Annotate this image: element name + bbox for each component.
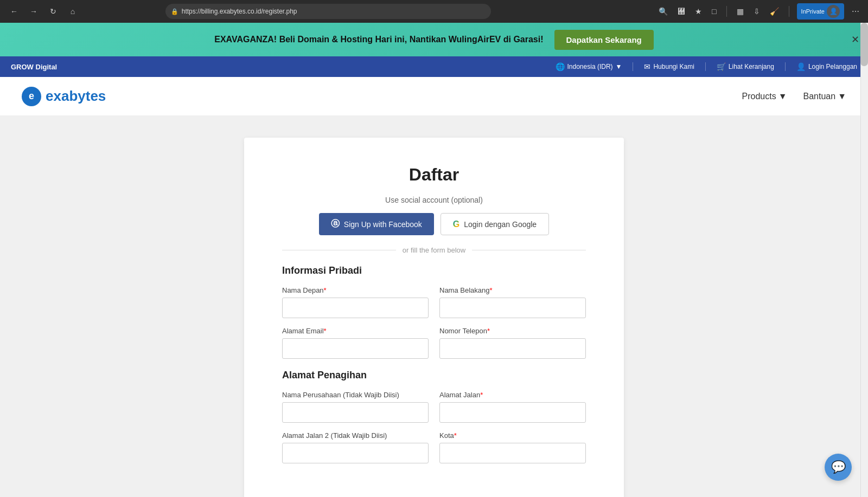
phone-label: Nomor Telepon* <box>439 327 586 335</box>
mail-icon: ✉ <box>644 62 650 71</box>
name-row: Nama Depan* Nama Belakang* <box>282 286 586 318</box>
google-icon: G <box>453 220 459 229</box>
in-private-label: InPrivate <box>801 8 825 15</box>
cart-icon: 🛒 <box>717 62 726 71</box>
cart-link[interactable]: 🛒 Lihat Keranjang <box>717 62 774 71</box>
street-input[interactable] <box>439 402 586 423</box>
contact-link[interactable]: ✉ Hubungi Kami <box>644 62 694 71</box>
more-options-icon[interactable]: ⋯ <box>850 5 861 18</box>
back-button[interactable]: ← <box>7 4 22 19</box>
login-link[interactable]: 👤 Login Pelanggan <box>796 62 857 71</box>
street2-input[interactable] <box>282 443 429 463</box>
first-name-group: Nama Depan* <box>282 286 429 318</box>
address-text: https://billing.exabytes.co.id/register.… <box>182 8 486 15</box>
address-bar[interactable]: 🔒 https://billing.exabytes.co.id/registe… <box>165 4 491 19</box>
phone-input[interactable] <box>439 338 586 359</box>
lock-icon: 🔒 <box>171 8 178 15</box>
chat-button[interactable]: 💬 <box>825 454 852 481</box>
email-label: Alamat Email* <box>282 327 429 335</box>
favorites-icon[interactable]: ★ <box>693 5 704 18</box>
main-header: e exabytes Products ▼ Bantuan ▼ <box>0 77 868 116</box>
divider-text: or fill the form below <box>403 246 465 254</box>
street-label: Alamat Jalan* <box>439 391 586 399</box>
nav-links: Products ▼ Bantuan ▼ <box>742 92 846 101</box>
required-marker2: * <box>490 286 493 294</box>
split-icon[interactable]: ▦ <box>735 5 746 18</box>
browser-chrome: ← → ↻ ⌂ 🔒 https://billing.exabytes.co.id… <box>0 0 868 23</box>
google-login-button[interactable]: G Login dengan Google <box>441 213 549 235</box>
refresh-button[interactable]: ↻ <box>46 4 61 19</box>
download-icon[interactable]: ⇩ <box>751 5 762 18</box>
logo-text: exabytes <box>46 88 106 105</box>
avatar: 👤 <box>827 5 840 18</box>
billing-section-title: Alamat Penagihan <box>282 370 586 381</box>
home-button[interactable]: ⌂ <box>65 4 80 19</box>
bantuan-label: Bantuan <box>803 92 836 101</box>
language-chevron: ▼ <box>616 63 622 70</box>
required-marker4: * <box>487 327 490 335</box>
street-group: Alamat Jalan* <box>439 391 586 423</box>
products-chevron: ▼ <box>778 92 787 101</box>
street2-city-row: Alamat Jalan 2 (Tidak Wajib Diisi) Kota* <box>282 431 586 463</box>
facebook-button-label: Sign Up with Facebook <box>344 220 422 229</box>
email-input[interactable] <box>282 338 429 359</box>
bantuan-chevron: ▼ <box>838 92 846 101</box>
promo-cta-button[interactable]: Dapatkan Sekarang <box>554 30 654 50</box>
brand-label: GROW Digital <box>11 63 57 71</box>
company-street-row: Nama Perusahaan (Tidak Wajib Diisi) Alam… <box>282 391 586 423</box>
page-title: Daftar <box>282 165 586 185</box>
billing-section: Alamat Penagihan Nama Perusahaan (Tidak … <box>282 370 586 463</box>
google-button-label: Login dengan Google <box>464 220 537 229</box>
divider-line-left <box>282 250 396 250</box>
chat-icon: 💬 <box>831 460 846 474</box>
nav-bantuan[interactable]: Bantuan ▼ <box>803 92 846 101</box>
logo-icon: e <box>22 87 41 106</box>
reader-icon[interactable]: ＀ <box>675 5 687 18</box>
extensions-icon[interactable]: 🧹 <box>768 5 781 18</box>
last-name-input[interactable] <box>439 298 586 318</box>
social-label: Use social account (optional) <box>282 196 586 204</box>
street2-group: Alamat Jalan 2 (Tidak Wajib Diisi) <box>282 431 429 463</box>
language-selector[interactable]: 🌐 Indonesia (IDR) ▼ <box>556 62 622 71</box>
facebook-icon: ⓐ <box>331 218 340 230</box>
search-icon[interactable]: 🔍 <box>656 5 670 18</box>
divider1 <box>633 62 633 71</box>
divider-line-right <box>472 250 586 250</box>
divider3 <box>785 62 786 71</box>
logo[interactable]: e exabytes <box>22 87 106 106</box>
login-text: Login Pelanggan <box>808 63 857 70</box>
personal-info-section: Informasi Pribadi Nama Depan* Nama Belak… <box>282 265 586 359</box>
first-name-label: Nama Depan* <box>282 286 429 294</box>
forward-button[interactable]: → <box>26 4 41 19</box>
email-group: Alamat Email* <box>282 327 429 359</box>
contact-text: Hubungi Kami <box>653 63 694 70</box>
social-buttons: ⓐ Sign Up with Facebook G Login dengan G… <box>282 213 586 235</box>
nav-products[interactable]: Products ▼ <box>742 92 787 101</box>
first-name-input[interactable] <box>282 298 429 318</box>
last-name-group: Nama Belakang* <box>439 286 586 318</box>
contact-row: Alamat Email* Nomor Telepon* <box>282 327 586 359</box>
separator <box>726 6 727 17</box>
required-marker5: * <box>480 391 483 399</box>
facebook-signup-button[interactable]: ⓐ Sign Up with Facebook <box>319 213 434 235</box>
personal-section-title: Informasi Pribadi <box>282 265 586 276</box>
company-group: Nama Perusahaan (Tidak Wajib Diisi) <box>282 391 429 423</box>
company-label: Nama Perusahaan (Tidak Wajib Diisi) <box>282 391 429 399</box>
page-content: Daftar Use social account (optional) ⓐ S… <box>0 116 868 497</box>
cart-text: Lihat Keranjang <box>729 63 774 70</box>
collections-icon[interactable]: □ <box>710 5 718 18</box>
separator2 <box>789 6 789 17</box>
required-marker: * <box>324 286 327 294</box>
city-input[interactable] <box>439 443 586 463</box>
globe-icon: 🌐 <box>556 62 565 71</box>
promo-close-button[interactable]: ✕ <box>851 34 859 46</box>
divider-row: or fill the form below <box>282 246 586 254</box>
promo-text: EXAVAGANZA! Beli Domain & Hosting Hari i… <box>214 35 543 44</box>
company-input[interactable] <box>282 402 429 423</box>
required-marker6: * <box>454 431 457 440</box>
social-section: Use social account (optional) ⓐ Sign Up … <box>282 196 586 235</box>
street2-label: Alamat Jalan 2 (Tidak Wajib Diisi) <box>282 431 429 440</box>
scroll-thumb[interactable] <box>860 23 868 66</box>
scrollbar[interactable] <box>860 23 868 497</box>
divider2 <box>705 62 706 71</box>
